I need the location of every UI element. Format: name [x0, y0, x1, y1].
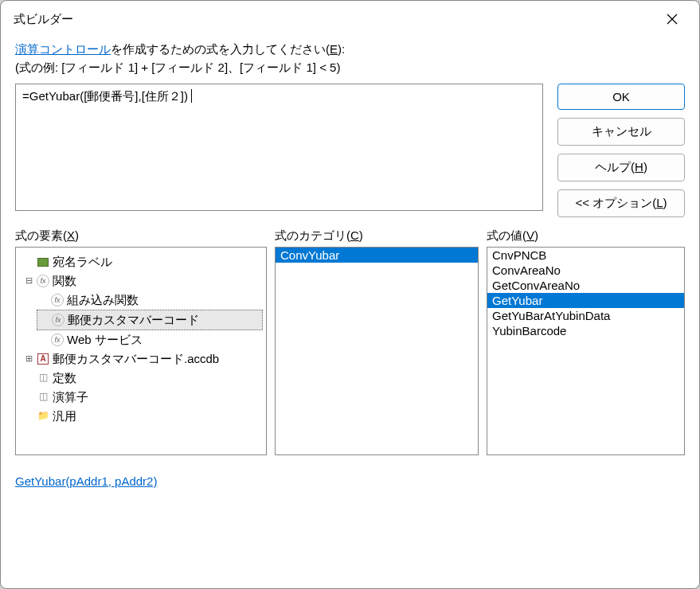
values-panel[interactable]: CnvPNCB ConvAreaNo GetConvAreaNo GetYuba… — [487, 247, 685, 455]
ok-button[interactable]: OK — [557, 84, 685, 110]
fx-icon — [37, 275, 49, 287]
constant-icon — [37, 372, 49, 384]
form-icon — [37, 255, 49, 268]
titlebar: 式ビルダー — [1, 1, 699, 37]
folder-icon — [37, 410, 49, 423]
panels-row: 宛名ラベル ⊟ 関数 — [15, 247, 685, 455]
category-item-convyubar[interactable]: ConvYubar — [276, 248, 478, 263]
window-title: 式ビルダー — [14, 12, 73, 27]
value-item-convareano[interactable]: ConvAreaNo — [487, 263, 684, 278]
text-cursor — [188, 89, 192, 103]
expression-input[interactable]: =GetYubar([郵便番号],[住所２]) — [15, 84, 543, 211]
fx-icon — [51, 294, 64, 306]
help-button[interactable]: ヘルプ(H) — [557, 154, 685, 181]
value-item-getyubar[interactable]: GetYubar — [487, 293, 684, 308]
categories-label: 式のカテゴリ(C) — [275, 228, 479, 244]
content-area: 演算コントロールを作成するための式を入力してください(E): (式の例: [フィ… — [1, 37, 699, 588]
panel-labels: 式の要素(X) 式のカテゴリ(C) 式の値(V) — [15, 228, 685, 244]
value-item-getconvareano[interactable]: GetConvAreaNo — [487, 278, 684, 293]
tree-item-general[interactable]: 汎用 — [22, 407, 263, 426]
tree-item-builtin-functions[interactable]: 組み込み関数 — [37, 291, 263, 310]
categories-panel[interactable]: ConvYubar — [275, 247, 479, 455]
operator-icon — [37, 391, 49, 404]
collapse-icon[interactable]: ⊟ — [24, 274, 33, 288]
elements-label: 式の要素(X) — [15, 228, 267, 244]
instruction-text: 演算コントロールを作成するための式を入力してください(E): — [15, 42, 685, 57]
tree-item-web-service[interactable]: Web サービス — [37, 330, 263, 349]
cancel-button[interactable]: キャンセル — [557, 118, 685, 146]
fx-icon — [52, 314, 65, 326]
tree-item-functions[interactable]: ⊟ 関数 — [22, 271, 263, 291]
example-text: (式の例: [フィールド 1] + [フィールド 2]、[フィールド 1] < … — [15, 60, 685, 76]
elements-tree: 宛名ラベル ⊟ 関数 — [16, 248, 266, 431]
categories-list: ConvYubar — [276, 248, 478, 263]
value-item-yubinbarcode[interactable]: YubinBarcode — [487, 323, 684, 338]
tree-item-atena-label[interactable]: 宛名ラベル — [22, 252, 263, 271]
button-column: OK キャンセル ヘルプ(H) << オプション(L) — [557, 84, 685, 217]
expression-builder-window: 式ビルダー 演算コントロールを作成するための式を入力してください(E): (式の… — [0, 0, 700, 589]
close-button[interactable] — [656, 7, 688, 31]
signature-footer: GetYubar(pAddr1, pAddr2) — [15, 474, 685, 488]
value-item-getyubaratyubindata[interactable]: GetYuBarAtYubinData — [487, 308, 684, 323]
fx-icon — [51, 334, 64, 346]
tree-item-yubin-barcode[interactable]: 郵便カスタマバーコード — [37, 310, 263, 330]
tree-item-constants[interactable]: 定数 — [22, 369, 263, 388]
function-signature-link[interactable]: GetYubar(pAddr1, pAddr2) — [15, 474, 157, 488]
expression-text: =GetYubar([郵便番号],[住所２]) — [22, 89, 188, 103]
values-label: 式の値(V) — [487, 228, 685, 244]
calc-control-link[interactable]: 演算コントロール — [15, 42, 111, 56]
tree-item-accdb[interactable]: ⊞ 郵便カスタマバーコード.accdb — [22, 349, 263, 369]
values-list: CnvPNCB ConvAreaNo GetConvAreaNo GetYuba… — [487, 248, 684, 338]
elements-panel[interactable]: 宛名ラベル ⊟ 関数 — [15, 247, 267, 455]
close-icon — [667, 14, 678, 25]
top-row: =GetYubar([郵便番号],[住所２]) OK キャンセル ヘルプ(H) … — [15, 84, 685, 217]
database-icon — [37, 353, 49, 365]
tree-item-operators[interactable]: 演算子 — [22, 388, 263, 407]
options-button[interactable]: << オプション(L) — [557, 189, 685, 217]
value-item-cnvpncb[interactable]: CnvPNCB — [487, 248, 684, 263]
expand-icon[interactable]: ⊞ — [24, 352, 33, 366]
